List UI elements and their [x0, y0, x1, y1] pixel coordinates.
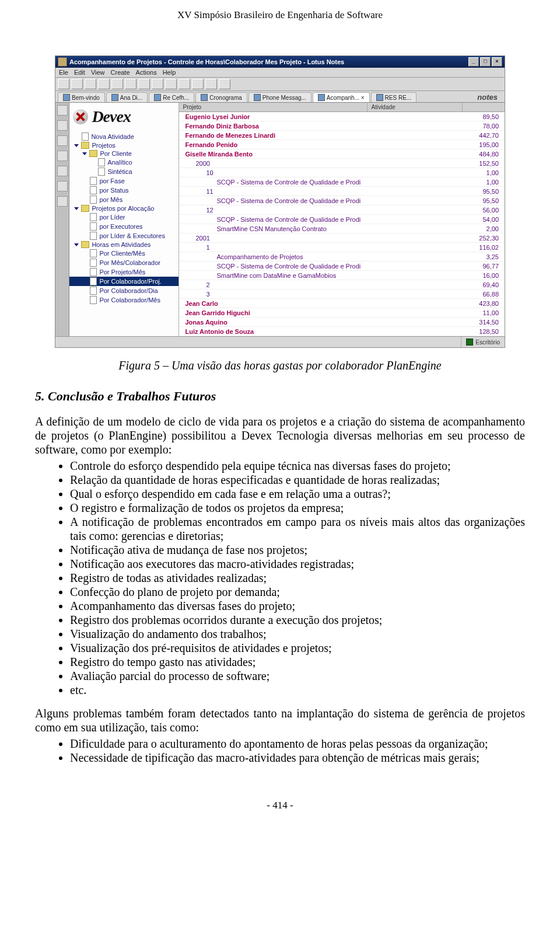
- toolbar-button[interactable]: [58, 79, 69, 89]
- nav-item[interactable]: Nova Atividade: [69, 132, 178, 141]
- table-row[interactable]: SmartMine CSN Manutenção Contrato2,00: [179, 224, 505, 233]
- column-header-value[interactable]: [463, 103, 505, 111]
- nav-item[interactable]: por Líder & Executores: [69, 231, 178, 240]
- strip-icon[interactable]: [57, 151, 68, 161]
- table-row[interactable]: Jean Garrido Higuchi11,00: [179, 308, 505, 318]
- nav-item[interactable]: Por Projeto/Mês: [69, 267, 178, 277]
- table-row[interactable]: SCQP - Sistema de Controle de Qualidade …: [179, 196, 505, 205]
- table-row[interactable]: Fernando Diniz Barbosa78,00: [179, 121, 505, 131]
- nav-item[interactable]: Projetos por Alocação: [69, 204, 178, 212]
- twistie-icon[interactable]: [82, 179, 88, 184]
- tab[interactable]: Bem-vindo: [58, 92, 105, 102]
- twistie-icon[interactable]: [82, 152, 87, 155]
- tab[interactable]: RES RE...: [371, 92, 417, 102]
- menu-view[interactable]: View: [91, 69, 105, 76]
- table-row[interactable]: 1256,00: [179, 205, 505, 215]
- table-row[interactable]: 269,40: [179, 280, 505, 290]
- table-row[interactable]: 366,88: [179, 290, 505, 299]
- toolbar-button[interactable]: [165, 79, 177, 89]
- nav-item[interactable]: Por Mês/Colaborador: [69, 258, 178, 267]
- toolbar-button[interactable]: [98, 79, 110, 89]
- tab[interactable]: Ana Di...: [106, 92, 148, 102]
- table-row[interactable]: Fernando Penido195,00: [179, 140, 505, 149]
- strip-icon[interactable]: [57, 196, 68, 207]
- strip-icon[interactable]: [57, 166, 68, 176]
- toolbar-button[interactable]: [192, 79, 204, 89]
- table-row[interactable]: Fernando de Menezes Linardi442,70: [179, 131, 505, 140]
- nav-item[interactable]: Projetos: [69, 141, 178, 149]
- table-row[interactable]: SmartMine com DataMine e GamaMobios16,00: [179, 271, 505, 280]
- table-row[interactable]: 1116,02: [179, 243, 505, 252]
- toolbar-button[interactable]: [152, 79, 163, 89]
- twistie-icon[interactable]: [90, 169, 96, 175]
- twistie-icon[interactable]: [82, 197, 88, 203]
- toolbar-button[interactable]: [178, 79, 190, 89]
- twistie-icon[interactable]: [74, 134, 79, 140]
- tab[interactable]: Re Cefh...: [149, 92, 194, 102]
- nav-item[interactable]: por Mês: [69, 195, 178, 204]
- nav-item[interactable]: por Executores: [69, 222, 178, 231]
- table-row[interactable]: SCQP - Sistema de Controle de Qualidade …: [179, 215, 505, 224]
- twistie-icon[interactable]: [82, 288, 88, 294]
- toolbar-button[interactable]: [85, 79, 96, 89]
- twistie-icon[interactable]: [74, 207, 79, 210]
- nav-item[interactable]: por Status: [69, 186, 178, 195]
- table-row[interactable]: 2001252,30: [179, 233, 505, 243]
- toolbar-button[interactable]: [219, 79, 230, 89]
- twistie-icon[interactable]: [82, 270, 88, 275]
- close-button[interactable]: ×: [492, 57, 502, 67]
- nav-item[interactable]: Sintética: [69, 167, 178, 176]
- table-row[interactable]: Giselle Miranda Bento484,80: [179, 149, 505, 159]
- nav-item[interactable]: Por Colaborador/Mês: [69, 295, 178, 305]
- nav-item[interactable]: Por Colaborador/Proj.: [69, 277, 178, 286]
- table-row[interactable]: Luiz Antonio de Souza128,50: [179, 327, 505, 336]
- table-row[interactable]: 2000152,50: [179, 159, 505, 168]
- tab[interactable]: Cronograma: [195, 92, 247, 102]
- maximize-button[interactable]: □: [480, 57, 491, 67]
- nav-item[interactable]: Analítico: [69, 158, 178, 167]
- twistie-icon[interactable]: [74, 144, 79, 147]
- twistie-icon[interactable]: [82, 188, 88, 193]
- twistie-icon[interactable]: [82, 224, 88, 229]
- twistie-icon[interactable]: [82, 215, 88, 220]
- table-row[interactable]: Acompanhamento de Projetos3,25: [179, 252, 505, 261]
- table-row[interactable]: SCQP - Sistema de Controle de Qualidade …: [179, 177, 505, 187]
- nav-item[interactable]: Horas em Atividades: [69, 240, 178, 249]
- twistie-icon[interactable]: [82, 260, 88, 266]
- table-row[interactable]: Jonas Aquino314,50: [179, 318, 505, 327]
- nav-item[interactable]: Por Colaborador/Dia: [69, 286, 178, 295]
- table-row[interactable]: 1195,50: [179, 187, 505, 196]
- nav-item[interactable]: por Líder: [69, 212, 178, 222]
- menu-ele[interactable]: Ele: [59, 69, 68, 76]
- tab-active[interactable]: Acompanh... ×: [313, 92, 370, 102]
- strip-icon[interactable]: [57, 181, 68, 191]
- table-row[interactable]: Eugenio Lysei Junior89,50: [179, 112, 505, 121]
- toolbar-button[interactable]: [205, 79, 217, 89]
- table-row[interactable]: SCQP - Sistema de Controle de Qualidade …: [179, 261, 505, 271]
- twistie-icon[interactable]: [82, 298, 88, 303]
- menu-actions[interactable]: Actions: [136, 69, 157, 76]
- menu-help[interactable]: Help: [163, 69, 176, 76]
- nav-item[interactable]: Por Cliente: [69, 149, 178, 158]
- tab[interactable]: Phone Messag...: [249, 92, 312, 102]
- column-header-projeto[interactable]: Projeto: [179, 103, 368, 111]
- table-row[interactable]: Jean Carlo423,80: [179, 299, 505, 308]
- menu-edit[interactable]: Edit: [74, 69, 85, 76]
- nav-item[interactable]: Por Cliente/Mês: [69, 249, 178, 258]
- twistie-icon[interactable]: [82, 251, 88, 256]
- toolbar-button[interactable]: [71, 79, 83, 89]
- twistie-icon[interactable]: [74, 243, 79, 246]
- twistie-icon[interactable]: [82, 233, 88, 239]
- nav-item[interactable]: por Fase: [69, 176, 178, 186]
- toolbar-button[interactable]: [138, 79, 150, 89]
- toolbar-button[interactable]: [125, 79, 136, 89]
- column-header-atividade[interactable]: Atividade: [368, 103, 463, 111]
- menu-create[interactable]: Create: [111, 69, 130, 76]
- minimize-button[interactable]: _: [468, 57, 479, 67]
- twistie-icon[interactable]: [82, 279, 88, 284]
- strip-icon[interactable]: [57, 135, 68, 146]
- strip-icon[interactable]: [57, 105, 68, 116]
- toolbar-button[interactable]: [111, 79, 123, 89]
- strip-icon[interactable]: [57, 120, 68, 131]
- twistie-icon[interactable]: [90, 160, 96, 165]
